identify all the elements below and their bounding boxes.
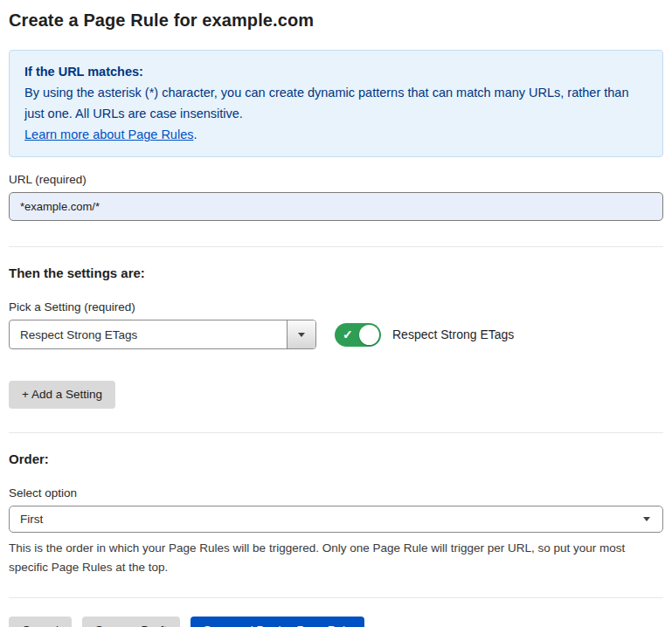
order-select-label: Select option [9, 486, 663, 500]
setting-picker-label: Pick a Setting (required) [9, 300, 663, 314]
order-help-text: This is the order in which your Page Rul… [9, 539, 660, 577]
etags-toggle[interactable]: ✓ [335, 323, 381, 347]
info-box: If the URL matches: By using the asteris… [9, 50, 663, 157]
chevron-down-icon [643, 517, 650, 521]
setting-dropdown-value: Respect Strong ETags [10, 320, 287, 348]
divider [9, 432, 663, 433]
check-icon: ✓ [343, 327, 353, 341]
url-input[interactable] [9, 192, 663, 221]
etags-toggle-group: ✓ Respect Strong ETags [335, 323, 514, 347]
toggle-knob [359, 325, 379, 345]
link-suffix: . [193, 127, 197, 141]
setting-dropdown-button[interactable] [287, 320, 315, 348]
divider [9, 597, 663, 598]
info-box-link-line: Learn more about Page Rules. [24, 124, 648, 145]
save-deploy-button[interactable]: Save and Deploy Page Rule [191, 617, 365, 627]
toggle-label: Respect Strong ETags [392, 327, 514, 341]
url-label: URL (required) [9, 173, 663, 186]
settings-heading: Then the settings are: [9, 265, 663, 280]
add-setting-button[interactable]: + Add a Setting [9, 381, 115, 409]
page-rule-form: Create a Page Rule for example.com If th… [0, 0, 672, 627]
divider [9, 246, 663, 247]
footer-actions: Cancel Save as Draft Save and Deploy Pag… [9, 617, 663, 627]
order-select-value: First [20, 513, 43, 526]
setting-row: Respect Strong ETags ✓ Respect Strong ET… [9, 320, 663, 349]
page-title: Create a Page Rule for example.com [9, 10, 663, 31]
chevron-down-icon [298, 333, 305, 337]
save-draft-button[interactable]: Save as Draft [82, 617, 180, 627]
info-box-heading: If the URL matches: [24, 61, 648, 82]
setting-dropdown[interactable]: Respect Strong ETags [9, 320, 316, 349]
cancel-button[interactable]: Cancel [9, 617, 72, 627]
page-rules-link[interactable]: Learn more about Page Rules [24, 127, 193, 141]
order-select[interactable]: First [9, 506, 663, 533]
order-heading: Order: [9, 451, 663, 466]
info-box-body: By using the asterisk (*) character, you… [24, 82, 648, 124]
